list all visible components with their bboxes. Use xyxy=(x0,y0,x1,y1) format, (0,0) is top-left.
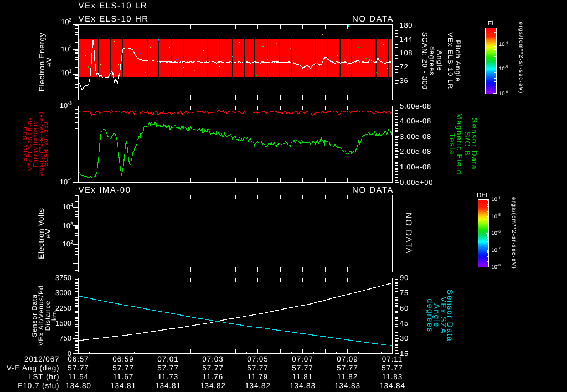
panel1-rtick-label: 180 xyxy=(400,21,413,29)
label-exponent: 2 xyxy=(69,44,72,49)
panel3-ylabel-line1: eV xyxy=(44,229,52,239)
label-base: 10 xyxy=(63,221,70,230)
colorbar-def-title: DEF xyxy=(477,192,490,199)
label-exponent: -4 xyxy=(497,196,501,200)
panel2-rtick-label: 5.00e-08 xyxy=(400,102,431,110)
panel1-title-line1: VEx ELS-10 LR xyxy=(79,1,148,11)
panel2-rtick-label: 2.00e-08 xyxy=(400,147,431,156)
label-exponent: -7 xyxy=(497,247,501,251)
label-exponent: -6 xyxy=(497,230,501,234)
panel2-rtick-label: 0.00e+00 xyxy=(400,178,433,187)
row-value: 134.81 xyxy=(155,381,181,390)
colorbar-el-tick-label: 10-5 xyxy=(499,65,508,72)
label-base: 10 xyxy=(492,230,498,236)
spectrogram-dot xyxy=(383,44,384,45)
colorbar-el-tick-label: 10-6 xyxy=(499,90,508,97)
panel1-ytick-label: 103 xyxy=(61,17,71,26)
label-exponent: 1 xyxy=(69,68,72,74)
panel2-rtick-label: 4.00e-08 xyxy=(400,117,431,125)
panel1-ylabel-line1: eV xyxy=(45,57,53,67)
label-exponent: -3 xyxy=(68,100,72,106)
row-value: 134.82 xyxy=(200,381,226,390)
label-exponent: 3 xyxy=(70,221,73,226)
label-base: 10 xyxy=(499,91,505,97)
spectrogram-dot xyxy=(150,47,151,48)
row-label: V-E Ang (deg) xyxy=(7,364,60,372)
panel4-rtick-label: 45 xyxy=(400,319,409,327)
colorbar-def-tick-label: 10-6 xyxy=(492,230,501,236)
spectrogram-dot xyxy=(140,53,141,54)
spectrogram-dot xyxy=(290,48,291,49)
spectrogram-dot xyxy=(145,72,146,73)
label-exponent: -4 xyxy=(505,41,508,45)
spectrogram-dot xyxy=(262,46,264,47)
label-exponent: 3 xyxy=(69,17,72,23)
panel2-rtick-label: 3.00e-08 xyxy=(400,132,431,141)
row-value: 11.54 xyxy=(68,373,89,381)
label-base: 10 xyxy=(63,240,70,248)
panel1-ytick-label: 101 xyxy=(61,68,71,77)
row-value: 11.67 xyxy=(113,373,133,381)
spectrogram-dot xyxy=(203,50,204,51)
spectrogram-dot xyxy=(158,40,159,41)
panel4-rtick-label: 60 xyxy=(400,304,409,312)
spectrogram-dot xyxy=(307,69,308,70)
panel2-ylabel-red-line4: SCAN: 20 - 150 xyxy=(43,122,49,166)
panel4-rtick-label: 30 xyxy=(400,334,409,342)
panel4-ytick-label: 3000 xyxy=(55,288,71,297)
date-label: 2012/067 xyxy=(24,355,60,363)
colorbar-el-title: El xyxy=(488,20,494,27)
panel1-rlabel-line0: Pitch Angle xyxy=(454,40,462,82)
panel3-no-data: NO DATA xyxy=(352,185,394,195)
panel1-title-line2: VEx ELS-10 HR xyxy=(79,14,149,24)
panel1-rtick-label: 36 xyxy=(400,76,409,85)
panel4-ylabel-line3: km xyxy=(50,311,58,321)
panel1-rlabel-line4: SCAN: 20 - 300 xyxy=(421,32,429,90)
label-base: 10 xyxy=(60,178,68,186)
row-value: 134.83 xyxy=(334,381,360,390)
spectrogram-dot xyxy=(347,64,348,65)
label-base: 10 xyxy=(499,42,505,48)
colorbar-el-unit: ergs/(cm**2-sr-sec-eV) xyxy=(518,22,524,94)
spectrogram-dot xyxy=(276,43,277,44)
colorbar-def-tick-label: 10-7 xyxy=(492,247,501,254)
row-value: 134.84 xyxy=(379,381,405,390)
label-base: 10 xyxy=(492,264,498,270)
plot-stage: 103102101180144108723610-310-45.00e-084.… xyxy=(0,0,567,392)
panel1-rtick-label: 72 xyxy=(400,63,409,71)
label-exponent: -5 xyxy=(505,65,508,69)
time-label: 07:05 xyxy=(247,355,268,363)
colorbar-def-unit: ergs/(cm**2-sr-sec-eV) xyxy=(511,197,517,269)
spectrogram-dot xyxy=(194,70,195,71)
colorbar-def-tick-label: 10-8 xyxy=(492,264,501,270)
label-exponent: 4 xyxy=(70,202,73,208)
panel4-rtick-label: 75 xyxy=(400,288,409,297)
row-value: 57.77 xyxy=(68,364,89,372)
row-value: 57.77 xyxy=(247,364,268,372)
panel2-ytick-label: 10-4 xyxy=(60,177,72,185)
magnetic-field-line xyxy=(79,122,393,178)
label-exponent: -8 xyxy=(497,264,501,267)
time-label: 07:07 xyxy=(292,355,313,363)
row-value: 134.81 xyxy=(110,381,136,390)
row-value: 57.77 xyxy=(292,364,313,372)
panel3-no-data-vertical: NO DATA xyxy=(404,213,413,254)
panel4-border xyxy=(79,278,393,354)
panel1-no-data: NO DATA xyxy=(352,14,394,24)
panel3-ytick-label: 104 xyxy=(63,202,73,211)
spectrogram-dot xyxy=(387,68,388,69)
label-exponent: -5 xyxy=(497,213,501,217)
label-base: 10 xyxy=(60,101,68,110)
row-value: 11.73 xyxy=(158,373,178,381)
colorbar-el-tick-label: 10-4 xyxy=(499,41,508,48)
time-label: 07:11 xyxy=(382,355,403,363)
panel2-rtick-label: 1.00e-08 xyxy=(400,163,431,171)
panel4-ytick-label: 750 xyxy=(59,334,71,342)
panel1-rtick-label: 144 xyxy=(400,35,413,43)
spectrogram-dot xyxy=(377,73,378,74)
panel4-rtick-label: 90 xyxy=(400,274,409,282)
colorbar-el-gradient xyxy=(485,28,496,94)
panel2-rlabel-green-line3: Tesla xyxy=(448,133,457,155)
spectrogram-dot xyxy=(85,55,86,56)
panel4-ytick-label: 3750 xyxy=(55,274,71,282)
